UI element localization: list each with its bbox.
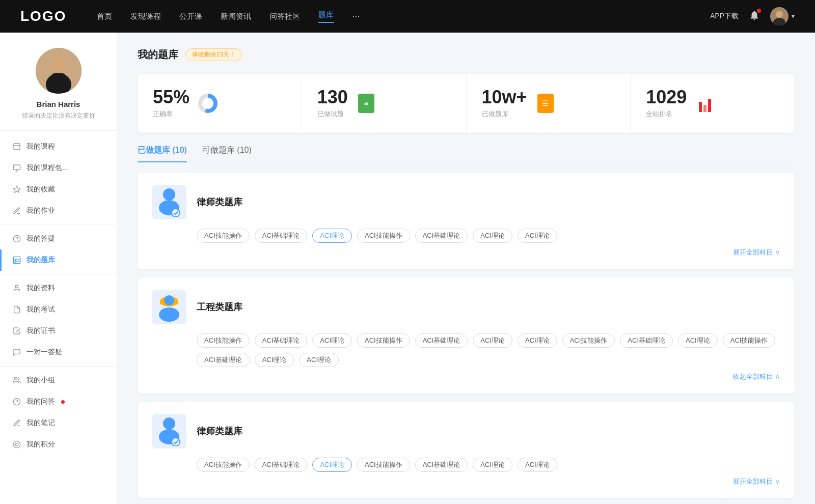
qbank-card-1: 律师类题库 ACI技能操作 ACI基础理论 ACI理论 ACI技能操作 ACI基…	[138, 173, 795, 269]
svg-rect-6	[14, 144, 20, 150]
qbank2-tag-3[interactable]: ACI技能操作	[357, 333, 410, 348]
page-wrap: Brian Harris 错误的决定比没有决定要好 我的课程 我的课程包...	[0, 33, 815, 504]
tab-done-banks[interactable]: 已做题库 (10)	[138, 145, 187, 162]
sidebar-item-course-pkg[interactable]: 我的课程包...	[0, 157, 117, 179]
nav-qbank[interactable]: 题库	[318, 10, 334, 23]
sidebar-item-profile[interactable]: 我的资料	[0, 277, 117, 299]
qbank1-tag-0[interactable]: ACI技能操作	[197, 229, 250, 243]
qbank2-tag-13[interactable]: ACI理论	[299, 353, 339, 367]
accuracy-chart-icon	[198, 93, 218, 114]
sidebar-item-exams-label: 我的考试	[26, 305, 55, 314]
qbank-name-1: 律师类题库	[197, 196, 242, 208]
qbank1-expand-btn[interactable]: 展开全部科目 ∨	[733, 248, 780, 257]
avatar	[36, 48, 82, 94]
user-menu-chevron: ▾	[792, 13, 795, 20]
qbank2-tag-2[interactable]: ACI理论	[312, 333, 352, 348]
sidebar-item-exams[interactable]: 我的考试	[0, 299, 117, 320]
qbank-tags-1: ACI技能操作 ACI基础理论 ACI理论 ACI技能操作 ACI基础理论 AC…	[152, 229, 780, 243]
my-questions-icon	[12, 397, 21, 406]
svg-rect-8	[13, 165, 20, 170]
qbank1-tag-1[interactable]: ACI基础理论	[255, 229, 308, 243]
qbank3-tag-1[interactable]: ACI基础理论	[255, 458, 308, 472]
sidebar-item-favorites-label: 我的收藏	[26, 185, 55, 194]
points-icon	[12, 440, 21, 449]
sidebar-item-questions-label: 我的答疑	[26, 234, 55, 243]
chart-icon	[695, 93, 715, 114]
qbank2-tag-7[interactable]: ACI技能操作	[562, 333, 615, 348]
notes-icon	[12, 418, 21, 428]
sidebar-item-points[interactable]: 我的积分	[0, 434, 117, 455]
qbank2-tag-6[interactable]: ACI理论	[518, 333, 557, 348]
stat-ranking-label: 全站排名	[646, 109, 687, 119]
sidebar-item-certificates[interactable]: 我的证书	[0, 320, 117, 342]
sidebar-item-my-questions[interactable]: 我的问答	[0, 391, 117, 412]
qbank1-tag-5[interactable]: ACI理论	[473, 229, 512, 243]
qbank2-tag-4[interactable]: ACI基础理论	[415, 333, 468, 348]
qbank3-tag-2[interactable]: ACI理论	[312, 458, 352, 472]
sidebar-username: Brian Harris	[10, 100, 106, 108]
stats-row: 55% 正确率 130 已做试题 10w+ 已做题库	[138, 74, 795, 133]
qbank1-tag-4[interactable]: ACI基础理论	[415, 229, 468, 243]
tabs-row: 已做题库 (10) 可做题库 (10)	[138, 145, 795, 162]
user-avatar-menu[interactable]: ▾	[770, 7, 795, 25]
notification-dot	[757, 9, 761, 13]
qbank2-tag-9[interactable]: ACI理论	[678, 333, 718, 348]
sidebar-item-qbank[interactable]: 我的题库	[0, 249, 117, 271]
sidebar-item-courses[interactable]: 我的课程	[0, 136, 117, 157]
tab-available-banks[interactable]: 可做题库 (10)	[202, 145, 252, 162]
stat-done-questions: 130 已做试题	[302, 74, 467, 133]
sidebar-item-groups[interactable]: 我的小组	[0, 370, 117, 391]
qbank3-tag-5[interactable]: ACI理论	[473, 458, 512, 472]
notification-bell[interactable]	[749, 10, 760, 23]
app-download-link[interactable]: APP下载	[710, 12, 739, 21]
qbank1-tag-3[interactable]: ACI技能操作	[357, 229, 410, 243]
sidebar-item-homework-label: 我的作业	[26, 206, 55, 215]
svg-rect-14	[13, 257, 20, 263]
qbank-header-1: 律师类题库	[152, 185, 780, 219]
nav-home[interactable]: 首页	[97, 12, 112, 21]
stat-done-questions-label: 已做试题	[317, 109, 348, 119]
qbank1-tag-6[interactable]: ACI理论	[518, 229, 557, 243]
favorites-icon	[12, 185, 21, 194]
nav-more[interactable]: ···	[352, 11, 360, 22]
sidebar-item-certificates-label: 我的证书	[26, 326, 55, 335]
qbank2-tag-1[interactable]: ACI基础理论	[255, 333, 308, 348]
list-icon	[535, 93, 556, 114]
svg-point-31	[159, 307, 179, 322]
my-questions-dot	[61, 400, 65, 404]
qbank3-tag-4[interactable]: ACI基础理论	[415, 458, 468, 472]
qbank3-tag-3[interactable]: ACI技能操作	[357, 458, 410, 472]
qbank3-expand-btn[interactable]: 展开全部科目 ∨	[733, 477, 780, 486]
stat-accuracy: 55% 正确率	[138, 74, 302, 133]
qbank3-tag-0[interactable]: ACI技能操作	[197, 458, 250, 472]
qbank2-tag-10[interactable]: ACI技能操作	[723, 333, 776, 348]
sidebar-item-homework[interactable]: 我的作业	[0, 200, 117, 221]
qbank2-tag-11[interactable]: ACI基础理论	[197, 353, 250, 367]
one-on-one-icon	[12, 348, 21, 357]
sidebar-item-one-on-one-label: 一对一答疑	[26, 348, 62, 357]
nav-news[interactable]: 新闻资讯	[221, 12, 251, 21]
logo[interactable]: LOGO	[20, 8, 66, 24]
sidebar-divider-3	[0, 366, 117, 367]
homework-icon	[12, 206, 21, 215]
qbank3-tag-6[interactable]: ACI理论	[518, 458, 557, 472]
nav-qa[interactable]: 问答社区	[269, 12, 300, 21]
qbank2-tag-0[interactable]: ACI技能操作	[197, 333, 250, 348]
sidebar-item-questions[interactable]: 我的答疑	[0, 228, 117, 249]
sidebar-item-notes[interactable]: 我的笔记	[0, 412, 117, 434]
qbank2-tag-12[interactable]: ACI理论	[255, 353, 294, 367]
stat-done-questions-value: 130	[317, 88, 348, 106]
nav-open-course[interactable]: 公开课	[179, 12, 202, 21]
qbank2-expand-btn[interactable]: 收起全部科目 ∧	[733, 372, 780, 381]
qbank-icon	[12, 256, 21, 265]
page-title: 我的题库	[138, 48, 178, 62]
sidebar-item-one-on-one[interactable]: 一对一答疑	[0, 342, 117, 363]
sidebar-item-favorites[interactable]: 我的收藏	[0, 179, 117, 200]
nav-links: 首页 发现课程 公开课 新闻资讯 问答社区 题库 ···	[97, 10, 710, 23]
nav-courses[interactable]: 发现课程	[130, 12, 161, 21]
qbank1-tag-2[interactable]: ACI理论	[312, 229, 352, 243]
qbank-footer-2: 收起全部科目 ∧	[152, 367, 780, 381]
qbank2-tag-8[interactable]: ACI基础理论	[620, 333, 673, 348]
qbank2-tag-5[interactable]: ACI理论	[473, 333, 512, 348]
qbank-footer-3: 展开全部科目 ∨	[152, 472, 780, 486]
